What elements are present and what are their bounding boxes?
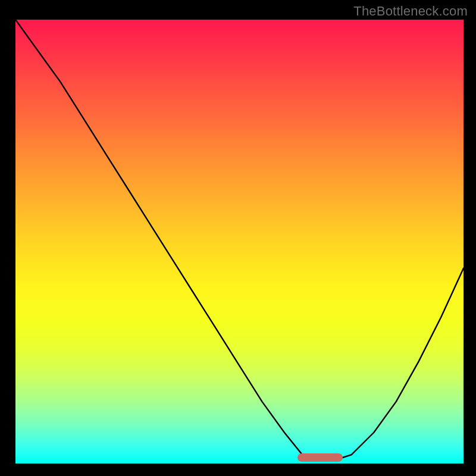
plot-area [15, 20, 464, 464]
watermark-text: TheBottleneck.com [353, 4, 468, 19]
curve-layer [15, 20, 464, 464]
bottleneck-curve [15, 20, 464, 459]
optimal-range-marker [298, 453, 342, 462]
bottleneck-chart: TheBottleneck.com [0, 0, 476, 476]
